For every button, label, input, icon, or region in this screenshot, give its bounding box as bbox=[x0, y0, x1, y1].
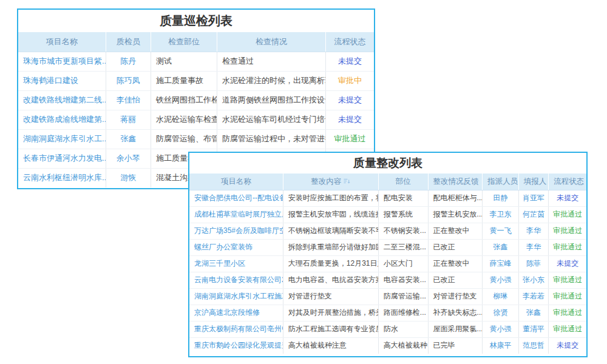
column-header: 项目名称 bbox=[18, 32, 106, 52]
table-row: 珠海市城市更新项目紫...陈丹测试检查通过未提交 bbox=[18, 52, 374, 71]
cell: 施工质量事故 bbox=[151, 71, 217, 90]
status-badge: 未提交 bbox=[325, 110, 374, 129]
person-link[interactable]: 张小东 bbox=[518, 272, 549, 288]
person-link[interactable]: 张鑫 bbox=[483, 239, 519, 255]
project-link[interactable]: 改建铁路线增建第二线... bbox=[18, 90, 106, 110]
cell: 大理石质量更换，12月31日之... bbox=[283, 255, 378, 272]
table-row: 云南电力设备安装有限公司20...电力电容器、电抗器安装方案,...电容器安装.… bbox=[189, 272, 586, 288]
cell: 路面维修检... bbox=[378, 305, 428, 321]
person-link[interactable]: 李卫东 bbox=[483, 206, 519, 223]
person-link[interactable]: 田静 bbox=[483, 190, 519, 206]
table-row: 龙湖三千里小区大理石质量更换，12月31日之...小区大门正在整改中薛宝峰陈菲未… bbox=[189, 255, 586, 272]
status-badge: 审批中 bbox=[325, 71, 374, 90]
cell: 高大植被栽种 bbox=[378, 337, 428, 354]
cell: 电力电容器、电抗器安装方案,... bbox=[283, 272, 378, 288]
project-link[interactable]: 安徽合肥供电公司--配电设备... bbox=[189, 190, 283, 206]
project-link[interactable]: 京沪高速北京段维修 bbox=[189, 305, 283, 321]
table-row: 螺丝厂办公室装饰拆除到承重墙部分请做好加固...二至三楼混...已改正张鑫李华审… bbox=[189, 239, 586, 255]
cell: 防水工程施工选调有专业资质... bbox=[283, 321, 378, 337]
person-link[interactable]: 林康平 bbox=[483, 337, 519, 354]
cell: 测试 bbox=[151, 52, 217, 71]
cell: 报警主机安放牢固，线缆连接... bbox=[283, 206, 378, 223]
person-link[interactable]: 黄小强 bbox=[483, 321, 519, 337]
rectification-list-panel: 质量整改列表 项目名称整改内容部位整改情况反馈指派人员填报人流程状态安徽合肥供电… bbox=[188, 152, 588, 357]
person-link[interactable]: 肖亚军 bbox=[518, 190, 549, 206]
person-link[interactable]: 黄一飞 bbox=[483, 223, 519, 239]
person-link[interactable]: 薛宝峰 bbox=[483, 255, 519, 272]
person-link[interactable]: 陈菲 bbox=[518, 255, 549, 272]
person-link[interactable]: 陈丹 bbox=[106, 52, 151, 71]
rectification-table: 项目名称整改内容部位整改情况反馈指派人员填报人流程状态安徽合肥供电公司--配电设… bbox=[189, 174, 586, 354]
column-header: 检查情况 bbox=[217, 32, 326, 52]
cell: 防腐管运输、布管 bbox=[151, 129, 217, 149]
person-link[interactable]: 李佳怡 bbox=[106, 90, 151, 110]
project-link[interactable]: 湖南洞庭湖水库引水工... bbox=[18, 129, 106, 149]
person-link[interactable]: 陈巧凤 bbox=[106, 71, 151, 90]
header-row: 项目名称质检员检查部位检查情况流程状态 bbox=[18, 32, 374, 52]
person-link[interactable]: 柳琳 bbox=[483, 288, 519, 305]
project-link[interactable]: 重庆市鹅岭公园绿化景观提升... bbox=[189, 337, 283, 354]
table-row: 重庆市鹅岭公园绿化景观提升...高大植被栽种注意高大植被栽种已完毕林康平范思哲未… bbox=[189, 337, 586, 354]
cell: 配电柜柜体与... bbox=[428, 190, 483, 206]
person-link[interactable]: 黄小强 bbox=[483, 272, 519, 288]
cell: 不锈钢边框玻璃隔断安装不牢... bbox=[283, 223, 378, 239]
cell: 正在整改中 bbox=[428, 255, 483, 272]
header-row: 项目名称整改内容部位整改情况反馈指派人员填报人流程状态 bbox=[189, 174, 586, 190]
column-header-label: 指派人员 bbox=[487, 177, 518, 186]
person-link[interactable]: 蒋丽 bbox=[106, 110, 151, 129]
cell: 正在整改中 bbox=[428, 223, 483, 239]
project-link[interactable]: 云南水利枢纽潜明水库... bbox=[18, 168, 106, 187]
cell: 安装时应按施工图的布置，将... bbox=[283, 190, 378, 206]
project-link[interactable]: 云南电力设备安装有限公司20... bbox=[189, 272, 283, 288]
person-link[interactable]: 李若若 bbox=[518, 288, 549, 305]
person-link[interactable]: 李华 bbox=[518, 223, 549, 239]
project-link[interactable]: 改建铁路成渝线增建第... bbox=[18, 110, 106, 129]
column-header[interactable]: 整改内容 bbox=[283, 174, 378, 190]
cell: 报警系统 bbox=[378, 206, 428, 223]
cell: 铁丝网围挡工作检查 bbox=[151, 90, 217, 110]
cell: 高大植被栽种注意 bbox=[283, 337, 378, 354]
column-header-label: 填报人 bbox=[524, 177, 547, 186]
table-row: 京沪高速北京段维修对其及时开展整治措施，桥头...路面维修检...补齐缺失标志.… bbox=[189, 305, 586, 321]
person-link[interactable]: 李华 bbox=[518, 239, 549, 255]
project-link[interactable]: 龙湖三千里小区 bbox=[189, 255, 283, 272]
cell: 水泥砼运输车司机经过专门培训... bbox=[217, 110, 326, 129]
status-badge: 审批通过 bbox=[549, 239, 586, 255]
person-link[interactable]: 张鑫 bbox=[518, 305, 549, 321]
column-header-label: 质检员 bbox=[117, 37, 140, 46]
status-badge: 审批通过 bbox=[549, 288, 586, 305]
cell: 电容器安装... bbox=[378, 272, 428, 288]
cell: 小区大门 bbox=[378, 255, 428, 272]
column-header: 流程状态 bbox=[325, 32, 374, 52]
cell: 补齐缺失标志... bbox=[428, 305, 483, 321]
person-link[interactable]: 余小琴 bbox=[106, 149, 151, 168]
project-link[interactable]: 螺丝厂办公室装饰 bbox=[189, 239, 283, 255]
project-link[interactable]: 珠海鹤港口建设 bbox=[18, 71, 106, 90]
sort-icon[interactable] bbox=[344, 178, 350, 186]
project-link[interactable]: 重庆太极制药有限公司亳州中... bbox=[189, 321, 283, 337]
status-badge: 未提交 bbox=[549, 337, 586, 354]
project-link[interactable]: 珠海市城市更新项目紫... bbox=[18, 52, 106, 71]
person-link[interactable]: 游恢 bbox=[106, 168, 151, 187]
project-link[interactable]: 成都杜甫草堂临时展厅独立展... bbox=[189, 206, 283, 223]
cell: 检查通过 bbox=[217, 52, 326, 71]
column-header-label: 部位 bbox=[396, 177, 411, 186]
person-link[interactable]: 何芷茵 bbox=[518, 206, 549, 223]
cell: 防水 bbox=[378, 321, 428, 337]
person-link[interactable]: 徐贤 bbox=[483, 305, 519, 321]
cell: 已完毕 bbox=[428, 337, 483, 354]
status-badge: 审批通过 bbox=[549, 305, 586, 321]
status-badge: 审批通过 bbox=[325, 129, 374, 149]
column-header-label: 整改情况反馈 bbox=[433, 177, 479, 186]
project-link[interactable]: 长春市伊通河水力发电... bbox=[18, 149, 106, 168]
person-link[interactable]: 范思哲 bbox=[518, 337, 549, 354]
project-link[interactable]: 万达广场35#会所及咖啡厅空... bbox=[189, 223, 283, 239]
project-link[interactable]: 湖南洞庭湖水库引水工程施工标 bbox=[189, 288, 283, 305]
column-header: 指派人员 bbox=[483, 174, 519, 190]
column-header: 项目名称 bbox=[189, 174, 283, 190]
column-header-label: 检查部位 bbox=[168, 37, 200, 46]
person-link[interactable]: 董清平 bbox=[518, 321, 549, 337]
person-link[interactable]: 张鑫 bbox=[106, 129, 151, 149]
inspection-list-title: 质量巡检列表 bbox=[18, 10, 374, 32]
status-badge: 未提交 bbox=[325, 52, 374, 71]
